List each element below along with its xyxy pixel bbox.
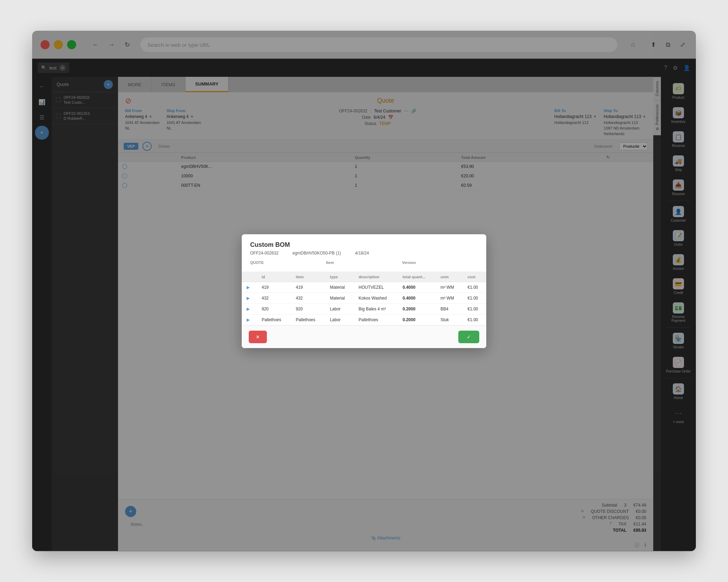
- modal-row2-id: 432: [257, 293, 291, 303]
- modal-row4-type: Labor: [325, 314, 354, 325]
- modal-row4-cost: €1.00: [463, 314, 486, 325]
- row-expand-1[interactable]: ▶: [247, 285, 250, 290]
- row-expand-2[interactable]: ▶: [247, 296, 250, 301]
- modal-row4-desc: Pallethoes: [354, 314, 398, 325]
- modal-row2-desc: Kokos Washed: [354, 293, 398, 303]
- modal-row1-id: 419: [257, 282, 291, 293]
- modal-footer: ✕ ✓: [242, 325, 486, 348]
- modal-row3-uom: BB4: [436, 303, 463, 314]
- modal-title: Custom BOM: [250, 241, 478, 249]
- modal-col-headers-row: QUOTE Item Version: [250, 258, 478, 267]
- modal-th-expand: [242, 272, 257, 282]
- modal-row4-id: Pallethoes: [257, 314, 291, 325]
- modal-th-uom: uom: [436, 272, 463, 282]
- modal-row4-uom: Stuk: [436, 314, 463, 325]
- modal-row1-type: Material: [325, 282, 354, 293]
- modal-cancel-button[interactable]: ✕: [249, 331, 267, 343]
- modal-row1-qty: 0.4000: [398, 282, 436, 293]
- modal-table: id item type description total quant... …: [242, 272, 486, 325]
- modal-table-row[interactable]: ▶ 920 920 Labor Big Bales 4 m³ 0.2000 BB…: [242, 303, 486, 314]
- modal-table-wrap: id item type description total quant... …: [242, 272, 486, 325]
- modal-th-type: type: [325, 272, 354, 282]
- modal-meta: OFF24-002632 egmDBHV50KO50-PB (1) 4/18/2…: [250, 251, 478, 256]
- modal-th-item: item: [291, 272, 325, 282]
- modal-col-quote: QUOTE: [250, 260, 326, 265]
- row-expand-4[interactable]: ▶: [247, 317, 250, 322]
- modal-row1-uom: m³ WM: [436, 282, 463, 293]
- modal-row3-id: 920: [257, 303, 291, 314]
- modal-date: 4/18/24: [355, 251, 369, 256]
- row-expand-3[interactable]: ▶: [247, 307, 250, 311]
- modal-header: Custom BOM OFF24-002632 egmDBHV50KO50-PB…: [242, 234, 486, 272]
- modal-overlay: Custom BOM OFF24-002632 egmDBHV50KO50-PB…: [32, 31, 696, 551]
- modal-row2-uom: m³ WM: [436, 293, 463, 303]
- modal-th-total-qty: total quant...: [398, 272, 436, 282]
- modal-table-row[interactable]: ▶ Pallethoes Pallethoes Labor Pallethoes…: [242, 314, 486, 325]
- modal-row2-item: 432: [291, 293, 325, 303]
- modal-row4-qty: 0.2000: [398, 314, 436, 325]
- modal-row3-item: 920: [291, 303, 325, 314]
- modal-row4-item: Pallethoes: [291, 314, 325, 325]
- modal-row3-cost: €1.00: [463, 303, 486, 314]
- modal-table-row[interactable]: ▶ 432 432 Material Kokos Washed 0.4000 m…: [242, 293, 486, 303]
- modal-item-ref: egmDBHV50KO50-PB (1): [292, 251, 341, 256]
- modal-col-item: Item: [326, 260, 402, 265]
- modal-row3-qty: 0.2000: [398, 303, 436, 314]
- custom-bom-modal: Custom BOM OFF24-002632 egmDBHV50KO50-PB…: [242, 234, 486, 348]
- modal-col-version: Version: [402, 260, 478, 265]
- modal-row2-cost: €1.00: [463, 293, 486, 303]
- modal-row1-desc: HOUTVEZEL: [354, 282, 398, 293]
- modal-row3-type: Labor: [325, 303, 354, 314]
- modal-row2-type: Material: [325, 293, 354, 303]
- modal-row2-qty: 0.4000: [398, 293, 436, 303]
- modal-row3-desc: Big Bales 4 m³: [354, 303, 398, 314]
- modal-table-row[interactable]: ▶ 419 419 Material HOUTVEZEL 0.4000 m³ W…: [242, 282, 486, 293]
- modal-th-id: id: [257, 272, 291, 282]
- modal-th-description: description: [354, 272, 398, 282]
- modal-row1-item: 419: [291, 282, 325, 293]
- modal-th-cost: cost: [463, 272, 486, 282]
- modal-row1-cost: €1.00: [463, 282, 486, 293]
- modal-confirm-button[interactable]: ✓: [458, 331, 479, 343]
- modal-quote-ref: OFF24-002632: [250, 251, 278, 256]
